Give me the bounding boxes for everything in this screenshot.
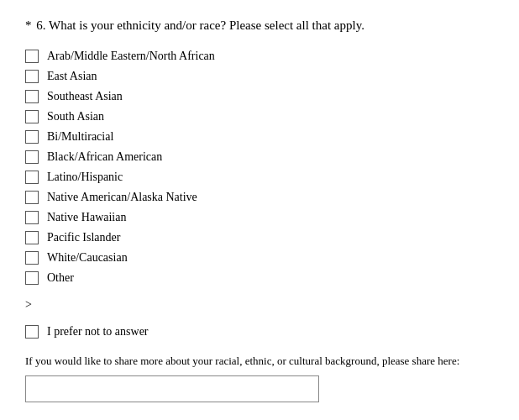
checkbox-item: East Asian: [25, 68, 494, 85]
checkbox-opt10[interactable]: [25, 231, 39, 244]
checkbox-opt4[interactable]: [25, 110, 39, 123]
checkbox-item: Native Hawaiian: [25, 209, 494, 226]
checkbox-item: Other: [25, 270, 494, 286]
checkbox-label-opt3[interactable]: Southeast Asian: [47, 90, 123, 103]
share-section: If you would like to share more about yo…: [25, 354, 494, 402]
prefer-not-checkbox[interactable]: [25, 325, 39, 339]
checkbox-label-opt4[interactable]: South Asian: [47, 110, 104, 123]
checkbox-item: South Asian: [25, 108, 494, 125]
expand-arrow[interactable]: >: [25, 298, 32, 312]
checkbox-item: Arab/Middle Eastern/North African: [25, 48, 494, 65]
required-marker: *: [25, 18, 34, 32]
checkbox-opt6[interactable]: [25, 150, 39, 164]
checkbox-item: Native American/Alaska Native: [25, 189, 494, 206]
checkbox-opt5[interactable]: [25, 130, 39, 144]
checkbox-item: White/Caucasian: [25, 249, 494, 266]
checkbox-label-opt6[interactable]: Black/African American: [47, 150, 162, 164]
share-label: If you would like to share more about yo…: [25, 354, 494, 369]
checkbox-label-opt12[interactable]: Other: [47, 271, 74, 285]
checkbox-label-opt7[interactable]: Latino/Hispanic: [47, 171, 123, 184]
share-input[interactable]: [25, 375, 319, 402]
checkbox-opt7[interactable]: [25, 171, 39, 184]
checkbox-label-opt10[interactable]: Pacific Islander: [47, 231, 120, 244]
checkbox-item: Pacific Islander: [25, 229, 494, 246]
checkbox-item: Southeast Asian: [25, 88, 494, 105]
checkbox-opt8[interactable]: [25, 191, 39, 204]
checkbox-opt3[interactable]: [25, 90, 39, 103]
prefer-not-item: I prefer not to answer: [25, 323, 494, 340]
checkbox-item: Black/African American: [25, 149, 494, 165]
checkbox-label-opt9[interactable]: Native Hawaiian: [47, 211, 126, 224]
checkbox-opt1[interactable]: [25, 50, 39, 63]
checkbox-opt11[interactable]: [25, 251, 39, 265]
ethnicity-options-list: Arab/Middle Eastern/North AfricanEast As…: [25, 48, 494, 286]
checkbox-opt12[interactable]: [25, 271, 39, 285]
checkbox-label-opt1[interactable]: Arab/Middle Eastern/North African: [47, 50, 215, 63]
checkbox-item: Bi/Multiracial: [25, 129, 494, 145]
checkbox-label-opt2[interactable]: East Asian: [47, 70, 97, 83]
checkbox-label-opt8[interactable]: Native American/Alaska Native: [47, 191, 197, 204]
prefer-not-section: I prefer not to answer: [25, 323, 494, 340]
checkbox-label-opt11[interactable]: White/Caucasian: [47, 251, 128, 265]
checkbox-opt2[interactable]: [25, 70, 39, 83]
checkbox-label-opt5[interactable]: Bi/Multiracial: [47, 130, 113, 144]
checkbox-opt9[interactable]: [25, 211, 39, 224]
checkbox-item: Latino/Hispanic: [25, 169, 494, 186]
question-title: * 6. What is your ethnicity and/or race?…: [25, 17, 494, 34]
prefer-not-label[interactable]: I prefer not to answer: [47, 325, 149, 339]
